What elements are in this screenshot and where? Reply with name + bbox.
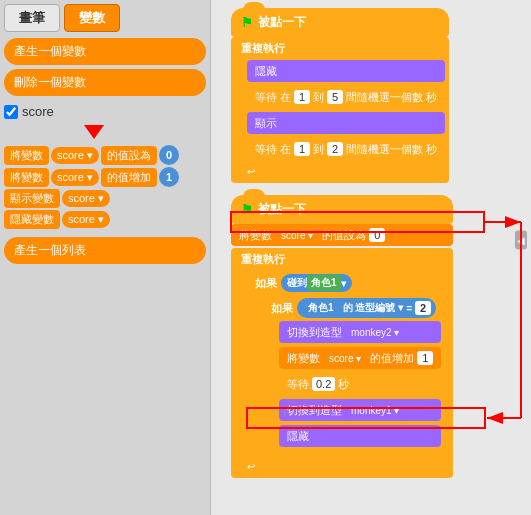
sprite-label: 角色1 bbox=[302, 300, 340, 316]
switch1-val: monkey2 ▾ bbox=[345, 326, 405, 339]
create-list-btn[interactable]: 產生一個列表 bbox=[4, 237, 206, 264]
add-var-block: 將變數 score ▾ 的值增加 1 bbox=[4, 167, 206, 187]
expand-btn[interactable]: ◀ bbox=[515, 231, 527, 250]
add-var-prefix: 將變數 bbox=[4, 168, 49, 187]
switch-monkey2[interactable]: 切換到造型 monkey2 ▾ bbox=[279, 321, 441, 343]
set-score-block[interactable]: 將變數 score ▾ 的值設為 0 bbox=[231, 224, 453, 246]
hide-label-1: 隱藏 bbox=[255, 64, 277, 79]
set-score-prefix: 將變數 bbox=[239, 228, 272, 243]
set-score-val: 0 bbox=[369, 228, 385, 242]
show-var-select[interactable]: score ▾ bbox=[62, 190, 110, 207]
arrow-down-indicator bbox=[84, 125, 104, 139]
hat-block-2[interactable]: ⚑ 被點一下 bbox=[231, 195, 453, 224]
repeat-block-1: 重複執行 隱藏 等待 在 1 到 5 間隨機選一個數 秒 顯示 bbox=[231, 37, 449, 183]
repeat-label-1: 重複執行 bbox=[241, 41, 285, 56]
main-area: ⚑ 被點一下 重複執行 隱藏 等待 在 1 到 5 間隨機選一個數 秒 bbox=[210, 0, 531, 515]
show-label-1: 顯示 bbox=[255, 116, 277, 131]
add-score-var: score ▾ bbox=[323, 352, 367, 365]
wait-block-1[interactable]: 等待 在 1 到 5 間隨機選一個數 秒 bbox=[247, 86, 445, 108]
show-var-block: 顯示變數 score ▾ bbox=[4, 189, 206, 208]
add-score-prefix: 將變數 bbox=[287, 351, 320, 366]
wait-02[interactable]: 等待 0.2 秒 bbox=[279, 373, 441, 395]
score-checkbox[interactable] bbox=[4, 105, 18, 119]
if-touch-block: 如果 碰到 角色1 ▾ 如果 角色1 的 造型編號 ▾ bbox=[247, 271, 449, 457]
if-costume-block: 如果 角色1 的 造型編號 ▾ = 2 bbox=[263, 295, 445, 453]
delete-variable-btn[interactable]: 刪除一個變數 bbox=[4, 69, 206, 96]
loop-arrow-2: ↩ bbox=[247, 459, 449, 474]
score-checkbox-row: score bbox=[4, 104, 206, 119]
top-tabs: 畫筆 變數 bbox=[4, 4, 206, 32]
wait1-suffix: 間隨機選一個數 秒 bbox=[346, 90, 437, 105]
wait1-prefix: 等待 在 bbox=[255, 90, 291, 105]
wait-prefix: 等待 bbox=[287, 377, 309, 392]
if-touch-body: 如果 角色1 的 造型編號 ▾ = 2 bbox=[263, 295, 445, 453]
if-costume-body: 切換到造型 monkey2 ▾ 將變數 score ▾ 的值增加 1 bbox=[279, 321, 441, 449]
flag-icon-2: ⚑ bbox=[241, 202, 253, 217]
wait2-to: 2 bbox=[327, 142, 343, 156]
wait2-to-label: 到 bbox=[313, 142, 324, 157]
if-label-2: 如果 bbox=[271, 301, 293, 316]
eq-val: 2 bbox=[415, 301, 431, 315]
add-score-val: 1 bbox=[417, 351, 433, 365]
wait-02-val: 0.2 bbox=[312, 377, 335, 391]
switch1-prefix: 切換到造型 bbox=[287, 325, 342, 340]
repeat-header-2: 重複執行 bbox=[231, 248, 453, 271]
touch-condition: 碰到 角色1 ▾ bbox=[281, 274, 352, 292]
repeat-block-2: 重複執行 如果 碰到 角色1 ▾ 如果 bbox=[231, 248, 453, 478]
wait1-to-label: 到 bbox=[313, 90, 324, 105]
hide-var-select[interactable]: score ▾ bbox=[62, 211, 110, 228]
repeat-body-2: 如果 碰到 角色1 ▾ 如果 角色1 的 造型編號 ▾ bbox=[247, 271, 449, 474]
switch-monkey1[interactable]: 切換到造型 monkey1 ▾ bbox=[279, 399, 441, 421]
wait1-to: 5 bbox=[327, 90, 343, 104]
set-score-var: score ▾ bbox=[275, 229, 319, 242]
tab-variable[interactable]: 變數 bbox=[64, 4, 120, 32]
repeat-header-1: 重複執行 bbox=[231, 37, 449, 60]
if-touch-header: 如果 碰到 角色1 ▾ bbox=[247, 271, 449, 295]
tab-pencil[interactable]: 畫筆 bbox=[4, 4, 60, 32]
add-var-middle: 的值增加 bbox=[101, 168, 157, 187]
repeat-label-2: 重複執行 bbox=[241, 252, 285, 267]
show-var-prefix: 顯示變數 bbox=[4, 189, 60, 208]
wait-block-2[interactable]: 等待 在 1 到 2 間隨機選一個數 秒 bbox=[247, 138, 445, 160]
switch2-val: monkey1 ▾ bbox=[345, 404, 405, 417]
set-var-middle: 的值設為 bbox=[101, 146, 157, 165]
wait-02-unit: 秒 bbox=[338, 377, 349, 392]
if-label-1: 如果 bbox=[255, 276, 277, 291]
set-score-middle: 的值設為 bbox=[322, 228, 366, 243]
set-var-prefix: 將變數 bbox=[4, 146, 49, 165]
hide-var-prefix: 隱藏變數 bbox=[4, 210, 60, 229]
wait1-from: 1 bbox=[294, 90, 310, 104]
set-var-block: 將變數 score ▾ 的值設為 0 bbox=[4, 145, 206, 165]
set-var-select[interactable]: score ▾ bbox=[51, 147, 99, 164]
hat-label-2: 被點一下 bbox=[258, 201, 306, 218]
hide-block-2[interactable]: 隱藏 bbox=[279, 425, 441, 447]
hat-label-1: 被點一下 bbox=[258, 14, 306, 31]
show-block-1[interactable]: 顯示 bbox=[247, 112, 445, 134]
hide-var-block: 隱藏變數 score ▾ bbox=[4, 210, 206, 229]
loop-arrow-1: ↩ bbox=[247, 164, 445, 179]
hide-label-2: 隱藏 bbox=[287, 429, 309, 444]
set-var-val: 0 bbox=[159, 145, 179, 165]
add-score-middle: 的值增加 bbox=[370, 351, 414, 366]
script1: ⚑ 被點一下 重複執行 隱藏 等待 在 1 到 5 間隨機選一個數 秒 bbox=[231, 8, 449, 183]
switch2-prefix: 切換到造型 bbox=[287, 403, 342, 418]
side-arrow-panel[interactable]: ◀ bbox=[515, 231, 527, 250]
eq-sign: = bbox=[406, 303, 412, 314]
costume-text: 的 造型編號 ▾ bbox=[343, 301, 404, 315]
script2: ⚑ 被點一下 將變數 score ▾ 的值設為 0 重複執行 如果 碰到 角色1… bbox=[231, 195, 453, 478]
add-var-val: 1 bbox=[159, 167, 179, 187]
left-panel: 畫筆 變數 產生一個變數 刪除一個變數 score 將變數 score ▾ 的值… bbox=[0, 0, 210, 515]
add-score-block[interactable]: 將變數 score ▾ 的值增加 1 bbox=[279, 347, 441, 369]
if-costume-header: 如果 角色1 的 造型編號 ▾ = 2 bbox=[263, 295, 445, 321]
costume-eq: 角色1 的 造型編號 ▾ = 2 bbox=[297, 298, 436, 318]
score-label: score bbox=[22, 104, 54, 119]
flag-icon-1: ⚑ bbox=[241, 15, 253, 30]
repeat-body-1: 隱藏 等待 在 1 到 5 間隨機選一個數 秒 顯示 等待 在 1 bbox=[247, 60, 445, 179]
hide-block-1[interactable]: 隱藏 bbox=[247, 60, 445, 82]
add-var-select[interactable]: score ▾ bbox=[51, 169, 99, 186]
hat-block-1[interactable]: ⚑ 被點一下 bbox=[231, 8, 449, 37]
create-variable-btn[interactable]: 產生一個變數 bbox=[4, 38, 206, 65]
wait2-suffix: 間隨機選一個數 秒 bbox=[346, 142, 437, 157]
wait2-from: 1 bbox=[294, 142, 310, 156]
wait2-prefix: 等待 在 bbox=[255, 142, 291, 157]
